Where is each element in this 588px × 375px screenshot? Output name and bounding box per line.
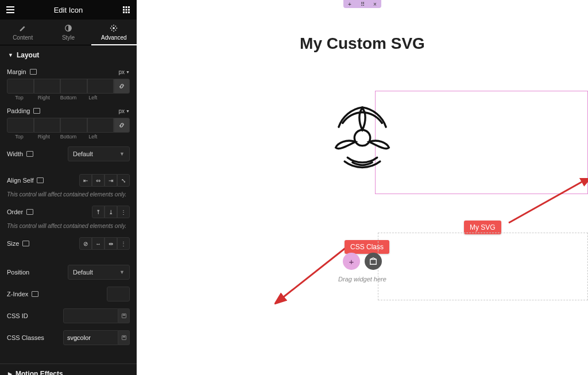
align-end-button[interactable]: ⇥ (105, 174, 117, 187)
section-layout[interactable]: ▼ Layout (0, 45, 137, 65)
editor-tabs: Content Style Advanced (0, 20, 137, 45)
unit-selector[interactable]: px ▼ (119, 108, 130, 114)
margin-right-input[interactable] (34, 79, 61, 94)
size-shrink-button[interactable]: ⇹ (105, 237, 117, 250)
order-more-button[interactable]: ⋮ (117, 206, 130, 218)
width-select[interactable]: Default▼ (68, 146, 130, 161)
add-widget-row: + (343, 253, 382, 270)
panel-title: Edit Icon (54, 6, 83, 14)
sidebar-header: Edit Icon (0, 0, 137, 20)
svg-rect-14 (122, 337, 125, 337)
responsive-icon[interactable] (37, 177, 44, 183)
svg-rect-2 (128, 6, 130, 8)
order-end-button[interactable]: ⤓ (105, 206, 117, 218)
order-group: ⤒ ⤓ ⋮ (92, 206, 130, 218)
svg-rect-0 (123, 6, 125, 8)
label-align-self: Align Self (7, 177, 59, 184)
caret-right-icon: ▶ (8, 371, 12, 375)
drag-section-icon[interactable]: ⠿ (356, 0, 369, 8)
tab-advanced[interactable]: Advanced (91, 20, 137, 45)
padding-left-input[interactable] (87, 118, 114, 133)
label-css-id: CSS ID (7, 312, 59, 319)
size-none-button[interactable]: ⊘ (79, 237, 92, 250)
responsive-icon[interactable] (26, 209, 33, 215)
css-id-input[interactable] (63, 308, 118, 323)
selected-widget-frame[interactable] (375, 91, 588, 194)
align-self-group: ⇤ ⇔ ⇥ ⤡ (79, 174, 130, 187)
link-values-icon[interactable] (114, 118, 130, 133)
svg-rect-13 (122, 335, 126, 339)
drag-hint: Drag widget here (338, 276, 386, 283)
margin-left-input[interactable] (87, 79, 114, 94)
responsive-icon[interactable] (22, 241, 29, 246)
padding-top-input[interactable] (7, 118, 34, 133)
align-center-button[interactable]: ⇔ (92, 174, 105, 187)
label-zindex: Z-Index (7, 291, 59, 297)
responsive-icon[interactable] (33, 108, 40, 114)
label-position: Position (7, 269, 59, 276)
position-select[interactable]: Default▼ (68, 265, 130, 280)
responsive-icon[interactable] (26, 151, 33, 157)
svg-line-16 (281, 247, 347, 299)
editor-sidebar: Edit Icon Content Style Advanced ▼ Layo (0, 0, 137, 375)
unit-selector[interactable]: px ▼ (119, 69, 130, 75)
svg-rect-12 (122, 315, 125, 315)
padding-right-input[interactable] (34, 118, 61, 133)
svg-rect-11 (122, 314, 126, 318)
add-widget-button[interactable]: + (343, 253, 360, 270)
section-handle: + ⠿ × (343, 0, 381, 8)
svg-rect-7 (126, 11, 127, 13)
svg-rect-3 (123, 9, 125, 11)
order-start-button[interactable]: ⤒ (92, 206, 105, 218)
label-padding: Padding (7, 107, 59, 114)
label-width: Width (7, 150, 59, 157)
padding-inputs (0, 118, 137, 133)
tab-content[interactable]: Content (0, 20, 45, 45)
dynamic-tag-icon[interactable] (118, 330, 130, 345)
propeller-icon (328, 103, 397, 172)
dynamic-tag-icon[interactable] (118, 308, 130, 323)
editor-canvas: + ⠿ × My Custom SVG (137, 0, 588, 375)
align-start-button[interactable]: ⇤ (79, 174, 92, 187)
size-group: ⊘ ↔ ⇹ ⋮ (79, 237, 130, 250)
size-more-button[interactable]: ⋮ (117, 237, 130, 250)
padding-bottom-input[interactable] (60, 118, 87, 133)
size-grow-button[interactable]: ↔ (92, 237, 105, 250)
template-library-button[interactable] (365, 253, 382, 270)
tab-style[interactable]: Style (45, 20, 91, 45)
svg-point-15 (354, 130, 370, 145)
label-margin: Margin (7, 68, 59, 75)
label-size: Size (7, 240, 59, 247)
link-values-icon[interactable] (114, 79, 130, 94)
align-stretch-button[interactable]: ⤡ (117, 174, 130, 187)
page-heading: My Custom SVG (137, 34, 588, 53)
margin-inputs (0, 79, 137, 94)
svg-point-10 (113, 27, 115, 29)
helper-text: This control will affect contained eleme… (0, 222, 137, 234)
svg-rect-4 (126, 9, 127, 11)
label-css-classes: CSS Classes (7, 334, 59, 341)
svg-icon-widget[interactable] (328, 103, 397, 175)
label-order: Order (7, 208, 59, 215)
svg-rect-6 (123, 11, 125, 13)
helper-text: This control will affect contained eleme… (0, 190, 137, 202)
svg-rect-8 (128, 11, 130, 13)
zindex-input[interactable] (107, 287, 130, 301)
svg-rect-1 (126, 6, 127, 8)
widgets-grid-icon[interactable] (121, 4, 132, 16)
responsive-icon[interactable] (32, 291, 38, 297)
css-classes-input[interactable] (63, 330, 118, 345)
margin-top-input[interactable] (7, 79, 34, 94)
caret-down-icon: ▼ (8, 52, 13, 58)
add-section-icon[interactable]: + (343, 0, 356, 8)
hamburger-icon[interactable] (5, 4, 16, 16)
margin-bottom-input[interactable] (60, 79, 87, 94)
close-section-icon[interactable]: × (369, 0, 381, 8)
advanced-panel: ▼ Layout Margin px ▼ Top (0, 45, 137, 375)
empty-section-frame[interactable] (378, 233, 588, 300)
responsive-icon[interactable] (30, 69, 37, 75)
section-motion-effects[interactable]: ▶ Motion Effects (0, 364, 137, 375)
svg-rect-5 (128, 9, 130, 11)
